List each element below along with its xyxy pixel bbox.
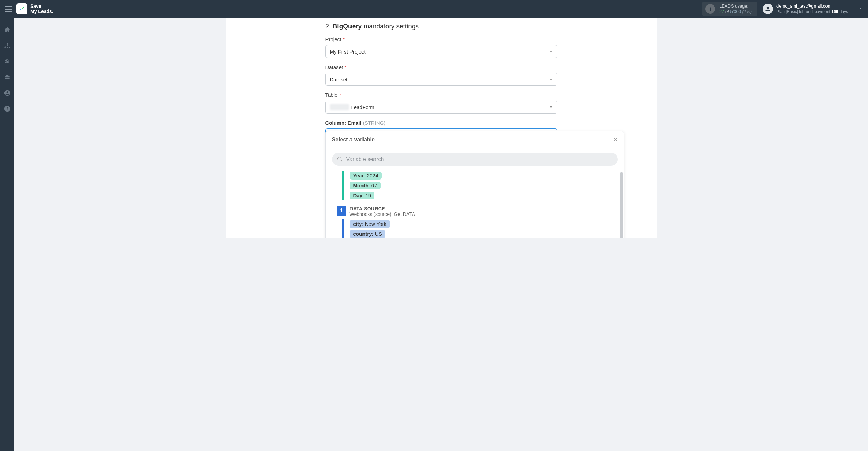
billing-icon[interactable] (3, 58, 11, 65)
svg-text:?: ? (6, 107, 9, 111)
variable-pill[interactable]: Year: 2024 (350, 172, 382, 180)
user-icon[interactable] (3, 89, 11, 97)
svg-rect-0 (7, 43, 8, 44)
account-plan: Plan |Basic| left until payment 166 days (776, 9, 848, 14)
project-label: Project * (325, 36, 557, 42)
column-email-label: Column: Email (STRING) (325, 120, 557, 126)
chevron-down-icon: ▾ (550, 105, 552, 109)
chevron-down-icon[interactable] (858, 6, 863, 12)
search-icon (337, 156, 343, 162)
data-source-header: 1 DATA SOURCE Webhooks (source): Get DAT… (337, 206, 618, 217)
svg-rect-3 (9, 47, 10, 48)
table-label: Table * (325, 92, 557, 98)
home-icon[interactable] (3, 26, 11, 34)
variable-pill[interactable]: country: US (350, 230, 385, 238)
logo-badge (16, 3, 27, 14)
variable-pill[interactable]: Day: 19 (350, 192, 375, 199)
data-source-subtitle: Webhooks (source): Get DATA (350, 211, 415, 217)
account-email: demo_sml_test@gmail.com (776, 3, 848, 9)
usage-label: LEADS usage: (719, 3, 752, 9)
project-select[interactable]: My First Project ▾ (325, 45, 557, 58)
app-header: Save My Leads. i LEADS usage: 27 of 5'00… (0, 0, 868, 18)
svg-rect-2 (7, 47, 8, 48)
close-icon[interactable]: × (614, 136, 618, 143)
variable-search-input[interactable] (346, 156, 613, 162)
avatar-icon (763, 4, 773, 14)
connections-icon[interactable] (3, 42, 11, 49)
svg-rect-1 (5, 47, 6, 48)
system-vars-group: Year: 2024 Month: 07 Day: 19 (342, 171, 618, 200)
menu-icon[interactable] (5, 6, 12, 12)
usage-values: 27 of 5'000 (1%) (719, 9, 752, 14)
source-number-badge: 1 (337, 206, 346, 216)
variable-search[interactable] (332, 153, 618, 166)
variable-pill[interactable]: city: New York (350, 220, 390, 228)
settings-card: 2. BigQuery mandatory settings Project *… (226, 18, 657, 238)
scrollbar[interactable] (620, 172, 623, 238)
data-source-vars-group: city: New York country: US email_address… (342, 219, 618, 238)
section-title: 2. BigQuery mandatory settings (325, 23, 557, 30)
account-menu[interactable]: demo_sml_test@gmail.com Plan |Basic| lef… (763, 3, 848, 14)
dropdown-title: Select a variable (332, 137, 375, 143)
chevron-down-icon: ▾ (550, 49, 552, 54)
redacted-prefix (330, 104, 349, 110)
dataset-select[interactable]: Dataset ▾ (325, 73, 557, 86)
svg-point-5 (7, 91, 8, 93)
usage-badge[interactable]: i LEADS usage: 27 of 5'000 (1%) (702, 2, 757, 16)
check-icon (18, 5, 26, 13)
help-icon[interactable]: ? (3, 105, 11, 113)
sidebar: ? (0, 18, 14, 238)
info-icon: i (705, 4, 715, 14)
variable-dropdown: Select a variable × Year: 2024 Month: 07 (325, 131, 624, 238)
dataset-label: Dataset * (325, 64, 557, 70)
variable-pill[interactable]: Month: 07 (350, 182, 381, 189)
logo-text: Save My Leads. (30, 4, 53, 14)
table-select[interactable]: LeadForm ▾ (325, 101, 557, 114)
data-source-title: DATA SOURCE (350, 206, 415, 211)
chevron-down-icon: ▾ (550, 77, 552, 82)
logo[interactable]: Save My Leads. (16, 3, 53, 14)
briefcase-icon[interactable] (3, 73, 11, 81)
